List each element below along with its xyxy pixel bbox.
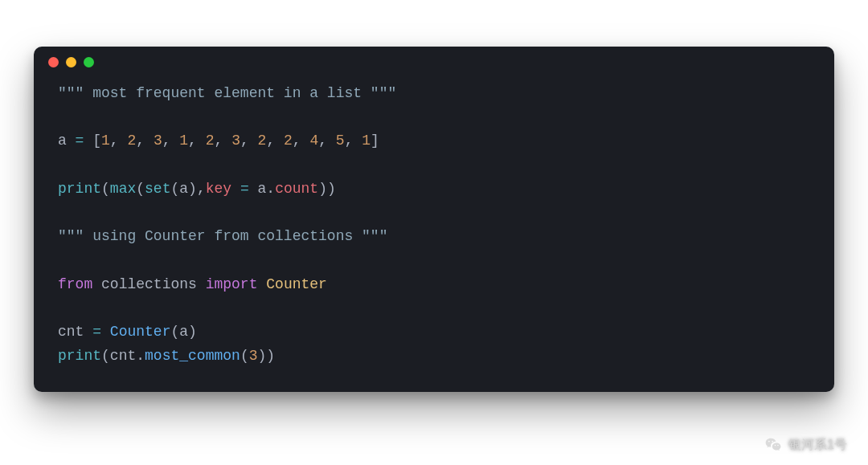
code-token: set: [145, 181, 170, 197]
code-token: a.: [249, 181, 275, 197]
code-token: ),: [188, 181, 206, 197]
close-icon[interactable]: [48, 57, 59, 67]
code-token: 2: [284, 133, 293, 149]
code-token: ,: [215, 133, 232, 149]
code-token: 3: [154, 133, 162, 149]
code-token: 2: [258, 133, 267, 149]
code-token: 2: [206, 133, 215, 149]
maximize-icon[interactable]: [84, 57, 94, 67]
code-token: Counter: [266, 276, 327, 292]
stage: """ most frequent element in a list """ …: [0, 0, 868, 465]
code-token: ,: [110, 133, 128, 149]
code-token: ,: [345, 133, 362, 149]
minimize-icon[interactable]: [66, 57, 76, 67]
watermark-text: 银河系1号: [788, 437, 847, 454]
code-token: cnt: [58, 324, 92, 340]
code-token: print: [58, 181, 101, 197]
code-token: [231, 181, 240, 197]
code-token: ,: [136, 133, 154, 149]
code-token: 1: [101, 133, 110, 149]
code-token: =: [76, 133, 84, 149]
code-token: cnt.: [110, 348, 145, 364]
code-token: collections: [101, 276, 206, 292]
watermark: 银河系1号: [764, 436, 847, 454]
code-token: ,: [240, 133, 258, 149]
code-token: count: [275, 181, 318, 197]
code-token: ,: [318, 133, 336, 149]
code-token: (: [170, 181, 179, 197]
code-token: (: [136, 181, 145, 197]
code-token: 1: [362, 133, 371, 149]
code-token: (: [101, 181, 110, 197]
code-token: max: [110, 181, 136, 197]
code-token: a: [179, 324, 188, 340]
code-token: """ using Counter from collections """: [58, 228, 387, 244]
code-token: import: [206, 276, 258, 292]
code-token: 2: [127, 133, 136, 149]
code-token: ): [188, 324, 197, 340]
code-token: ,: [188, 133, 206, 149]
code-editor-window: """ most frequent element in a list """ …: [34, 47, 834, 392]
code-token: 3: [231, 133, 240, 149]
code-token: )): [258, 348, 276, 364]
code-token: 3: [249, 348, 258, 364]
code-token: ]: [371, 133, 379, 149]
wechat-icon: [764, 436, 782, 454]
code-token: [92, 276, 101, 292]
code-token: most_common: [145, 348, 240, 364]
code-token: 5: [336, 133, 345, 149]
code-token: (: [240, 348, 249, 364]
code-token: a: [179, 181, 188, 197]
code-token: 4: [309, 133, 318, 149]
code-token: """ most frequent element in a list """: [58, 85, 396, 101]
code-token: from: [58, 276, 92, 292]
code-token: 1: [179, 133, 188, 149]
code-token: [101, 324, 110, 340]
code-token: (: [170, 324, 179, 340]
code-token: =: [92, 324, 101, 340]
code-token: [: [84, 133, 101, 149]
code-token: )): [318, 181, 336, 197]
code-block: """ most frequent element in a list """ …: [34, 77, 834, 374]
code-token: Counter: [110, 324, 171, 340]
code-token: (: [101, 348, 110, 364]
window-titlebar: [34, 47, 834, 77]
code-token: [257, 276, 266, 292]
code-token: print: [58, 348, 101, 364]
code-token: ,: [266, 133, 284, 149]
code-token: ,: [293, 133, 310, 149]
code-token: =: [240, 181, 249, 197]
code-token: key: [206, 181, 231, 197]
code-token: ,: [162, 133, 180, 149]
code-token: a: [58, 133, 76, 149]
